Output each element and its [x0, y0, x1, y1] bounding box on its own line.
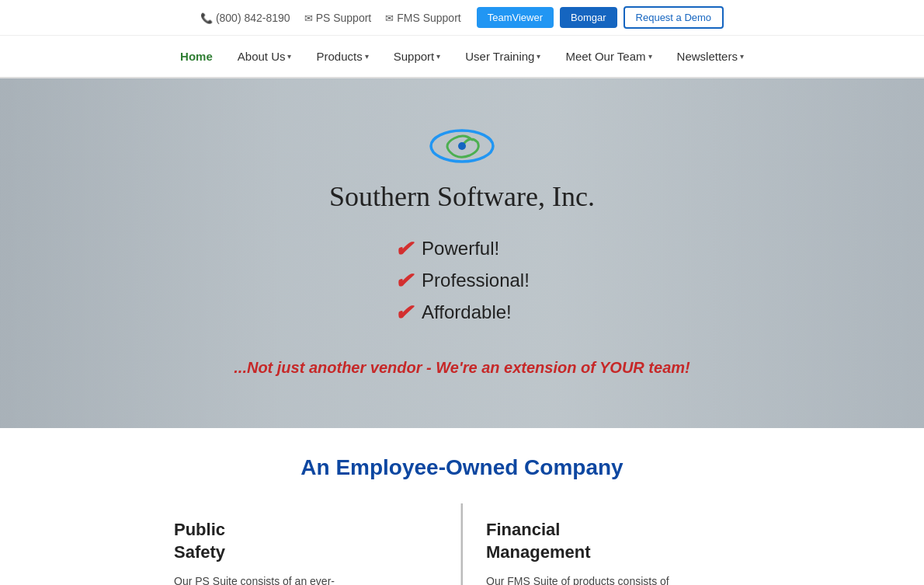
nav-user-training-label: User Training	[465, 50, 534, 63]
email-ps-icon	[304, 12, 313, 24]
hero-section: Southern Software, Inc. ✔ Powerful! ✔ Pr…	[0, 78, 924, 428]
hero-company-name: Southern Software, Inc.	[234, 180, 690, 213]
nav-home-label: Home	[180, 50, 213, 63]
financial-management-title: Financial Management	[486, 519, 750, 563]
hero-bullet-label-2: Professional!	[422, 270, 530, 291]
nav-products-label: Products	[316, 50, 362, 63]
ps-support-label: PS Support	[316, 12, 372, 24]
employee-owned-title: An Employee-Owned Company	[16, 455, 908, 480]
hero-bullets-list: ✔ Powerful! ✔ Professional! ✔ Affordable…	[394, 236, 530, 332]
svg-point-1	[458, 142, 466, 150]
financial-management-card: Financial Management Our FMS Suite of pr…	[463, 503, 773, 585]
top-bar-contact: (800) 842-8190 PS Support FMS Support	[200, 12, 461, 24]
top-bar-actions: TeamViewer Bomgar Request a Demo	[477, 6, 724, 29]
phone-link[interactable]: (800) 842-8190	[200, 12, 290, 24]
hero-tagline: ...Not just another vendor - We're an ex…	[234, 359, 690, 377]
hero-bullet-2: ✔ Professional!	[394, 268, 530, 294]
ps-support-link[interactable]: PS Support	[304, 12, 372, 24]
chevron-down-icon: ▾	[365, 52, 369, 61]
nav-newsletters-label: Newsletters	[677, 50, 738, 63]
main-nav: Home About Us ▾ Products ▾ Support ▾ Use…	[0, 36, 924, 78]
nav-products[interactable]: Products ▾	[304, 36, 380, 77]
hero-bullet-label-3: Affordable!	[422, 301, 512, 323]
nav-meet-our-team-label: Meet Our Team	[565, 50, 645, 63]
checkmark-icon-2: ✔	[394, 268, 412, 294]
request-demo-button[interactable]: Request a Demo	[624, 6, 724, 29]
top-bar: (800) 842-8190 PS Support FMS Support Te…	[0, 0, 924, 36]
hero-bullet-3: ✔ Affordable!	[394, 300, 530, 326]
nav-support[interactable]: Support ▾	[381, 36, 453, 77]
bomgar-button[interactable]: Bomgar	[560, 7, 617, 28]
nav-about-us-label: About Us	[238, 50, 286, 63]
nav-newsletters[interactable]: Newsletters ▾	[665, 36, 756, 77]
chevron-down-icon: ▾	[537, 52, 540, 61]
financial-management-text: Our FMS Suite of products consists of	[486, 573, 750, 585]
chevron-down-icon: ▾	[436, 52, 440, 61]
hero-bullet-1: ✔ Powerful!	[394, 236, 530, 262]
hero-content: Southern Software, Inc. ✔ Powerful! ✔ Pr…	[234, 123, 690, 377]
nav-meet-our-team[interactable]: Meet Our Team ▾	[553, 36, 664, 77]
public-safety-title: Public Safety	[174, 519, 437, 563]
nav-user-training[interactable]: User Training ▾	[453, 36, 553, 77]
checkmark-icon-3: ✔	[394, 300, 412, 326]
nav-about-us[interactable]: About Us ▾	[225, 36, 304, 77]
hero-bullet-label-1: Powerful!	[422, 238, 499, 259]
chevron-down-icon: ▾	[287, 52, 291, 61]
fms-support-link[interactable]: FMS Support	[385, 12, 460, 24]
public-safety-card: Public Safety Our PS Suite consists of a…	[151, 503, 461, 585]
cards-row: Public Safety Our PS Suite consists of a…	[16, 503, 908, 585]
chevron-down-icon: ▾	[648, 52, 652, 61]
fms-support-label: FMS Support	[397, 12, 460, 24]
company-logo	[427, 123, 497, 169]
chevron-down-icon: ▾	[740, 52, 744, 61]
email-fms-icon	[385, 12, 394, 24]
teamviewer-button[interactable]: TeamViewer	[477, 7, 554, 28]
employee-owned-section: An Employee-Owned Company Public Safety …	[0, 428, 924, 585]
public-safety-text: Our PS Suite consists of an ever-	[174, 573, 437, 585]
nav-home[interactable]: Home	[168, 36, 225, 77]
nav-support-label: Support	[394, 50, 435, 63]
phone-icon	[200, 12, 213, 24]
checkmark-icon-1: ✔	[394, 236, 412, 262]
phone-number: (800) 842-8190	[216, 12, 290, 24]
